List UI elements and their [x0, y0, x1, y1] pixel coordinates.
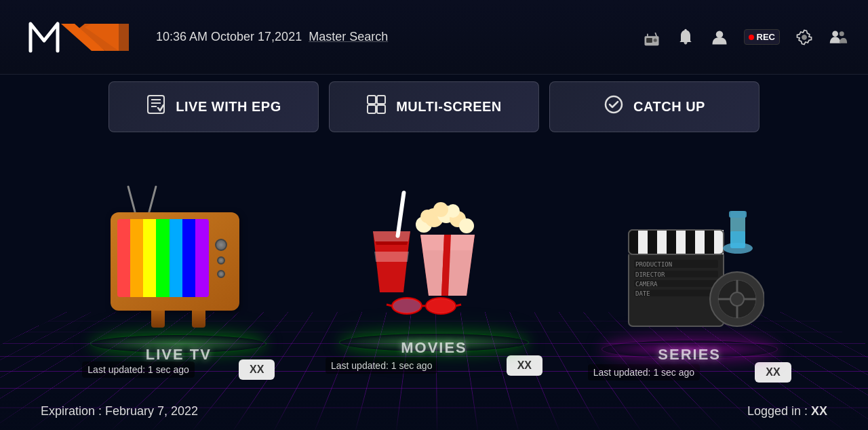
svg-text:DIRECTOR: DIRECTOR — [635, 271, 665, 278]
svg-point-36 — [446, 204, 460, 218]
tv-controls — [208, 219, 234, 297]
svg-rect-60 — [657, 230, 667, 254]
logo — [20, 14, 136, 61]
live-epg-label: LIVE WITH EPG — [176, 99, 281, 115]
multi-screen-button[interactable]: MULTI-SCREEN — [329, 81, 539, 132]
logged-in-user: XX — [811, 404, 827, 418]
datetime-display: 10:36 AM October 17,2021 — [156, 30, 302, 44]
movies-label: MOVIES — [401, 339, 467, 357]
svg-text:PRODUCTION: PRODUCTION — [635, 261, 672, 268]
rec-button[interactable]: REC — [744, 29, 780, 45]
svg-point-19 — [606, 96, 622, 113]
catchup-icon — [604, 94, 624, 119]
catch-up-label: CATCH UP — [633, 99, 705, 115]
header-icons: REC — [642, 28, 848, 47]
svg-point-45 — [393, 299, 420, 313]
svg-point-37 — [433, 202, 448, 217]
cards-area: LIVE TV Last updated: 1 sec ago XX — [0, 149, 868, 389]
svg-marker-29 — [448, 235, 475, 296]
movies-xx-button[interactable]: XX — [507, 355, 542, 376]
switch-user-icon[interactable] — [829, 28, 848, 47]
tv-knob-3 — [217, 270, 225, 278]
svg-marker-23 — [374, 252, 409, 262]
svg-rect-1 — [646, 37, 652, 42]
footer: Expiration : February 7, 2022 Logged in … — [0, 393, 868, 430]
svg-point-6 — [715, 31, 723, 38]
multi-screen-label: MULTI-SCREEN — [396, 99, 502, 115]
svg-rect-78 — [730, 231, 745, 248]
datetime-search: 10:36 AM October 17,2021 Master Search — [156, 30, 642, 44]
svg-rect-11 — [148, 96, 164, 113]
svg-marker-27 — [420, 235, 444, 296]
svg-point-8 — [802, 35, 807, 39]
series-update-bar: Last updated: 1 sec ago XX — [588, 362, 791, 383]
antenna-left — [127, 185, 138, 215]
tv-leg-1 — [151, 311, 165, 328]
svg-rect-61 — [667, 230, 676, 254]
live-tv-image — [97, 202, 260, 338]
live-tv-update-text: Last updated: 1 sec ago — [82, 361, 194, 378]
svg-rect-18 — [377, 105, 385, 113]
svg-rect-3 — [647, 33, 648, 36]
svg-point-34 — [459, 218, 474, 233]
svg-point-35 — [420, 210, 434, 223]
svg-line-44 — [456, 305, 461, 306]
rec-dot — [749, 35, 754, 40]
svg-rect-15 — [368, 96, 376, 104]
svg-line-43 — [387, 305, 392, 306]
bell-icon[interactable] — [676, 28, 695, 47]
svg-rect-16 — [377, 96, 385, 104]
live-tv-update-bar: Last updated: 1 sec ago XX — [77, 357, 280, 383]
series-update-text: Last updated: 1 sec ago — [588, 364, 700, 380]
svg-rect-17 — [368, 105, 376, 113]
svg-point-70 — [730, 292, 744, 306]
svg-point-10 — [840, 31, 844, 36]
user-icon[interactable] — [710, 28, 729, 47]
svg-rect-58 — [638, 230, 648, 254]
tv-knob-2 — [217, 256, 225, 265]
movies-update-text: Last updated: 1 sec ago — [326, 357, 437, 374]
svg-rect-64 — [695, 230, 705, 254]
svg-point-9 — [832, 31, 838, 37]
live-tv-xx-button[interactable]: XX — [239, 359, 275, 380]
tv-illustration — [111, 212, 246, 328]
rec-label: REC — [757, 32, 775, 42]
series-illustration: PRODUCTION DIRECTOR CAMERA DATE — [615, 211, 764, 340]
header: 10:36 AM October 17,2021 Master Search — [0, 0, 868, 75]
live-epg-button[interactable]: LIVE WITH EPG — [108, 81, 319, 132]
svg-rect-77 — [729, 211, 747, 218]
radio-icon[interactable] — [642, 28, 661, 47]
svg-rect-5 — [684, 28, 687, 31]
epg-icon — [146, 94, 166, 119]
svg-text:DATE: DATE — [635, 290, 650, 297]
catch-up-button[interactable]: CATCH UP — [549, 81, 760, 132]
svg-rect-63 — [686, 230, 695, 254]
svg-rect-59 — [648, 230, 657, 254]
svg-text:CAMERA: CAMERA — [635, 281, 658, 288]
tv-legs — [138, 311, 219, 328]
movies-illustration — [346, 177, 522, 333]
movies-update-bar: Last updated: 1 sec ago XX — [326, 355, 542, 376]
svg-rect-62 — [676, 230, 686, 254]
expiration-text: Expiration : February 7, 2022 — [41, 404, 198, 418]
svg-rect-65 — [705, 230, 714, 254]
tv-leg-2 — [192, 311, 205, 328]
multiscreen-icon — [366, 94, 387, 119]
series-xx-button[interactable]: XX — [755, 362, 791, 383]
settings-icon[interactable] — [795, 28, 814, 47]
svg-rect-66 — [714, 230, 724, 254]
svg-rect-57 — [629, 230, 638, 254]
master-search-label[interactable]: Master Search — [309, 30, 388, 44]
movies-image — [339, 174, 529, 336]
tv-knob-1 — [215, 239, 227, 251]
svg-point-46 — [427, 299, 454, 313]
live-tv-card[interactable]: LIVE TV Last updated: 1 sec ago XX — [77, 202, 280, 383]
movies-card[interactable]: MOVIES Last updated: 1 sec ago XX — [326, 174, 542, 376]
logged-in-text: Logged in : XX — [747, 404, 827, 418]
series-card[interactable]: PRODUCTION DIRECTOR CAMERA DATE — [588, 208, 791, 383]
series-image: PRODUCTION DIRECTOR CAMERA DATE — [608, 208, 771, 343]
svg-marker-22 — [373, 231, 410, 241]
tv-outer — [111, 212, 239, 311]
tv-screen — [117, 219, 209, 297]
antenna-right — [148, 185, 158, 215]
